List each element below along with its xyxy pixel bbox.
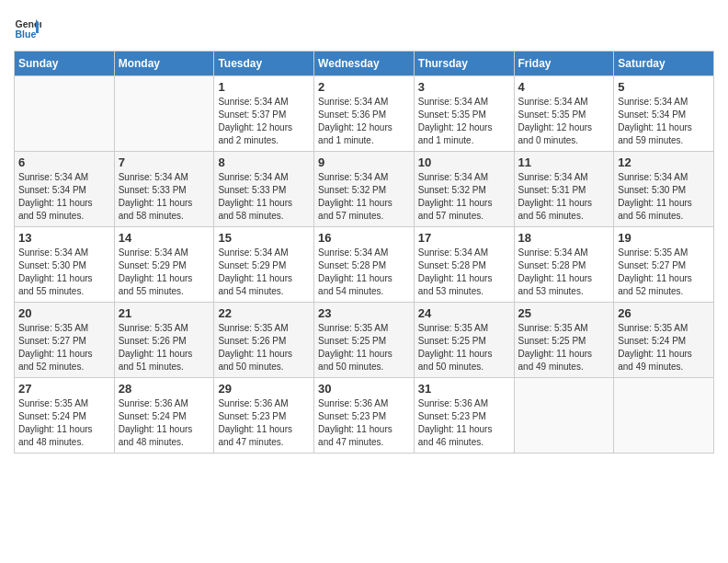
calendar-cell: 14Sunrise: 5:34 AMSunset: 5:29 PMDayligh… xyxy=(114,227,214,303)
calendar-week-4: 20Sunrise: 5:35 AMSunset: 5:27 PMDayligh… xyxy=(15,303,714,378)
page-header: General Blue xyxy=(14,14,714,41)
day-number: 3 xyxy=(418,80,510,94)
day-info: Sunrise: 5:35 AMSunset: 5:25 PMDaylight:… xyxy=(418,322,510,373)
calendar-cell xyxy=(514,378,614,454)
day-info: Sunrise: 5:34 AMSunset: 5:29 PMDaylight:… xyxy=(119,247,210,298)
day-number: 7 xyxy=(119,155,210,169)
calendar-cell: 27Sunrise: 5:35 AMSunset: 5:24 PMDayligh… xyxy=(15,378,115,454)
calendar-cell: 17Sunrise: 5:34 AMSunset: 5:28 PMDayligh… xyxy=(414,227,514,303)
day-info: Sunrise: 5:34 AMSunset: 5:36 PMDaylight:… xyxy=(318,96,410,147)
day-number: 24 xyxy=(418,306,510,320)
day-number: 9 xyxy=(318,155,410,169)
day-number: 15 xyxy=(218,231,310,245)
weekday-header-monday: Monday xyxy=(114,52,214,76)
calendar-week-1: 1Sunrise: 5:34 AMSunset: 5:37 PMDaylight… xyxy=(15,76,714,152)
day-number: 18 xyxy=(518,231,610,245)
day-info: Sunrise: 5:34 AMSunset: 5:34 PMDaylight:… xyxy=(618,96,710,147)
day-number: 29 xyxy=(218,382,310,396)
day-info: Sunrise: 5:35 AMSunset: 5:27 PMDaylight:… xyxy=(18,322,110,373)
day-info: Sunrise: 5:34 AMSunset: 5:31 PMDaylight:… xyxy=(518,171,610,223)
day-info: Sunrise: 5:35 AMSunset: 5:26 PMDaylight:… xyxy=(218,322,310,373)
calendar-cell: 22Sunrise: 5:35 AMSunset: 5:26 PMDayligh… xyxy=(214,303,314,378)
day-info: Sunrise: 5:34 AMSunset: 5:30 PMDaylight:… xyxy=(18,247,110,298)
calendar-cell xyxy=(614,378,714,454)
calendar-cell: 15Sunrise: 5:34 AMSunset: 5:29 PMDayligh… xyxy=(214,227,314,303)
calendar-cell: 30Sunrise: 5:36 AMSunset: 5:23 PMDayligh… xyxy=(314,378,415,454)
day-info: Sunrise: 5:34 AMSunset: 5:37 PMDaylight:… xyxy=(218,96,310,147)
calendar-cell xyxy=(114,76,214,152)
day-info: Sunrise: 5:34 AMSunset: 5:32 PMDaylight:… xyxy=(418,171,510,223)
day-number: 20 xyxy=(18,306,110,320)
day-number: 30 xyxy=(318,382,410,396)
day-info: Sunrise: 5:36 AMSunset: 5:24 PMDaylight:… xyxy=(119,397,210,449)
day-number: 5 xyxy=(618,80,710,94)
calendar-cell: 2Sunrise: 5:34 AMSunset: 5:36 PMDaylight… xyxy=(314,76,415,152)
calendar-cell: 8Sunrise: 5:34 AMSunset: 5:33 PMDaylight… xyxy=(214,152,314,227)
calendar-cell: 4Sunrise: 5:34 AMSunset: 5:35 PMDaylight… xyxy=(514,76,614,152)
calendar-cell: 19Sunrise: 5:35 AMSunset: 5:27 PMDayligh… xyxy=(614,227,714,303)
calendar-cell: 25Sunrise: 5:35 AMSunset: 5:25 PMDayligh… xyxy=(514,303,614,378)
day-number: 10 xyxy=(418,155,510,169)
calendar-cell: 28Sunrise: 5:36 AMSunset: 5:24 PMDayligh… xyxy=(114,378,214,454)
day-number: 12 xyxy=(618,155,710,169)
day-number: 25 xyxy=(518,306,610,320)
day-info: Sunrise: 5:34 AMSunset: 5:30 PMDaylight:… xyxy=(618,171,710,223)
day-number: 16 xyxy=(318,231,410,245)
day-number: 14 xyxy=(119,231,210,245)
calendar-cell: 24Sunrise: 5:35 AMSunset: 5:25 PMDayligh… xyxy=(414,303,514,378)
day-number: 8 xyxy=(218,155,310,169)
day-info: Sunrise: 5:34 AMSunset: 5:28 PMDaylight:… xyxy=(318,247,410,298)
calendar-cell: 11Sunrise: 5:34 AMSunset: 5:31 PMDayligh… xyxy=(514,152,614,227)
calendar-week-3: 13Sunrise: 5:34 AMSunset: 5:30 PMDayligh… xyxy=(15,227,714,303)
day-number: 1 xyxy=(218,80,310,94)
day-info: Sunrise: 5:35 AMSunset: 5:26 PMDaylight:… xyxy=(119,322,210,373)
calendar-cell: 5Sunrise: 5:34 AMSunset: 5:34 PMDaylight… xyxy=(614,76,714,152)
day-number: 4 xyxy=(518,80,610,94)
logo-icon: General Blue xyxy=(14,14,41,41)
calendar-cell: 16Sunrise: 5:34 AMSunset: 5:28 PMDayligh… xyxy=(314,227,415,303)
day-info: Sunrise: 5:35 AMSunset: 5:27 PMDaylight:… xyxy=(618,247,710,298)
day-number: 17 xyxy=(418,231,510,245)
day-number: 6 xyxy=(18,155,110,169)
day-info: Sunrise: 5:34 AMSunset: 5:35 PMDaylight:… xyxy=(518,96,610,147)
calendar-cell: 29Sunrise: 5:36 AMSunset: 5:23 PMDayligh… xyxy=(214,378,314,454)
day-info: Sunrise: 5:35 AMSunset: 5:24 PMDaylight:… xyxy=(618,322,710,373)
day-number: 22 xyxy=(218,306,310,320)
calendar-cell: 21Sunrise: 5:35 AMSunset: 5:26 PMDayligh… xyxy=(114,303,214,378)
day-number: 27 xyxy=(18,382,110,396)
day-number: 11 xyxy=(518,155,610,169)
logo: General Blue xyxy=(14,14,45,41)
day-info: Sunrise: 5:35 AMSunset: 5:25 PMDaylight:… xyxy=(518,322,610,373)
weekday-header-tuesday: Tuesday xyxy=(214,52,314,76)
day-info: Sunrise: 5:34 AMSunset: 5:34 PMDaylight:… xyxy=(18,171,110,223)
calendar-cell: 13Sunrise: 5:34 AMSunset: 5:30 PMDayligh… xyxy=(15,227,115,303)
calendar-cell: 7Sunrise: 5:34 AMSunset: 5:33 PMDaylight… xyxy=(114,152,214,227)
calendar-table: SundayMondayTuesdayWednesdayThursdayFrid… xyxy=(14,51,714,454)
day-info: Sunrise: 5:35 AMSunset: 5:24 PMDaylight:… xyxy=(18,397,110,449)
day-info: Sunrise: 5:34 AMSunset: 5:35 PMDaylight:… xyxy=(418,96,510,147)
day-number: 23 xyxy=(318,306,410,320)
calendar-cell: 20Sunrise: 5:35 AMSunset: 5:27 PMDayligh… xyxy=(15,303,115,378)
calendar-cell: 9Sunrise: 5:34 AMSunset: 5:32 PMDaylight… xyxy=(314,152,415,227)
day-info: Sunrise: 5:36 AMSunset: 5:23 PMDaylight:… xyxy=(318,397,410,449)
weekday-header-sunday: Sunday xyxy=(15,52,115,76)
calendar-week-5: 27Sunrise: 5:35 AMSunset: 5:24 PMDayligh… xyxy=(15,378,714,454)
calendar-cell: 6Sunrise: 5:34 AMSunset: 5:34 PMDaylight… xyxy=(15,152,115,227)
day-number: 2 xyxy=(318,80,410,94)
calendar-cell xyxy=(15,76,115,152)
calendar-cell: 26Sunrise: 5:35 AMSunset: 5:24 PMDayligh… xyxy=(614,303,714,378)
calendar-cell: 18Sunrise: 5:34 AMSunset: 5:28 PMDayligh… xyxy=(514,227,614,303)
day-info: Sunrise: 5:36 AMSunset: 5:23 PMDaylight:… xyxy=(218,397,310,449)
day-info: Sunrise: 5:35 AMSunset: 5:25 PMDaylight:… xyxy=(318,322,410,373)
day-info: Sunrise: 5:34 AMSunset: 5:28 PMDaylight:… xyxy=(418,247,510,298)
svg-text:Blue: Blue xyxy=(16,29,37,40)
calendar-cell: 23Sunrise: 5:35 AMSunset: 5:25 PMDayligh… xyxy=(314,303,415,378)
day-number: 13 xyxy=(18,231,110,245)
calendar-cell: 31Sunrise: 5:36 AMSunset: 5:23 PMDayligh… xyxy=(414,378,514,454)
calendar-cell: 3Sunrise: 5:34 AMSunset: 5:35 PMDaylight… xyxy=(414,76,514,152)
day-number: 28 xyxy=(119,382,210,396)
calendar-cell: 1Sunrise: 5:34 AMSunset: 5:37 PMDaylight… xyxy=(214,76,314,152)
weekday-header-thursday: Thursday xyxy=(414,52,514,76)
day-info: Sunrise: 5:34 AMSunset: 5:33 PMDaylight:… xyxy=(119,171,210,223)
day-number: 31 xyxy=(418,382,510,396)
